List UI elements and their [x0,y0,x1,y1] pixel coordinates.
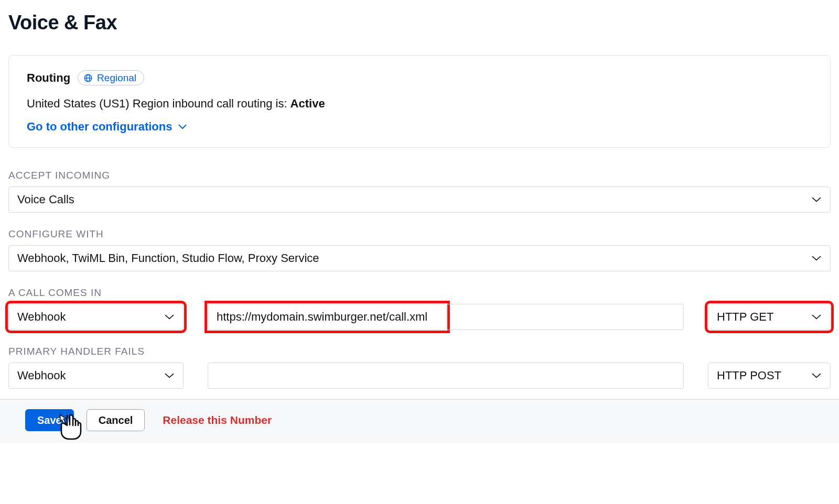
routing-title: Routing [27,71,70,85]
release-number-link[interactable]: Release this Number [163,414,272,426]
accept-incoming-section: ACCEPT INCOMING Voice Calls [8,170,831,213]
accept-incoming-select[interactable]: Voice Calls [8,187,831,213]
call-comes-in-handler-select[interactable]: Webhook [8,304,184,330]
configure-with-label: CONFIGURE WITH [8,228,831,240]
regional-pill[interactable]: Regional [78,70,144,85]
chevron-down-icon [811,196,822,203]
routing-status-value: Active [291,97,325,110]
call-comes-in-method-value: HTTP GET [717,310,773,324]
primary-handler-fails-section: PRIMARY HANDLER FAILS Webhook HTTP POST [8,346,831,389]
primary-handler-fails-handler-value: Webhook [17,369,66,382]
primary-handler-fails-url-input[interactable] [208,363,684,389]
call-comes-in-url-input[interactable] [208,304,447,330]
configure-with-section: CONFIGURE WITH Webhook, TwiML Bin, Funct… [8,228,831,271]
page-title: Voice & Fax [8,12,831,34]
call-comes-in-handler-value: Webhook [17,310,66,324]
routing-status-prefix: United States (US1) Region inbound call … [27,97,291,110]
configure-with-select[interactable]: Webhook, TwiML Bin, Function, Studio Flo… [8,245,831,271]
configure-with-value: Webhook, TwiML Bin, Function, Studio Flo… [17,251,319,265]
chevron-down-icon [811,314,822,320]
other-configurations-link[interactable]: Go to other configurations [27,120,187,134]
accept-incoming-value: Voice Calls [17,193,74,206]
chevron-down-icon [164,372,175,379]
accept-incoming-label: ACCEPT INCOMING [8,170,831,181]
footer-bar: Save Cancel Release this Number [0,399,839,443]
call-comes-in-section: A CALL COMES IN Webhook HTTP GET [8,287,831,330]
routing-panel: Routing Regional United States (US1) Reg… [8,55,831,148]
call-comes-in-method-select[interactable]: HTTP GET [708,304,831,330]
primary-handler-fails-method-value: HTTP POST [717,369,781,382]
primary-handler-fails-label: PRIMARY HANDLER FAILS [8,346,831,357]
chevron-down-icon [164,314,175,320]
primary-handler-fails-method-select[interactable]: HTTP POST [708,363,831,389]
save-button[interactable]: Save [25,409,74,431]
chevron-down-icon [811,372,822,379]
globe-icon [83,73,93,83]
primary-handler-fails-handler-select[interactable]: Webhook [8,363,184,389]
call-comes-in-label: A CALL COMES IN [8,287,831,299]
routing-header: Routing Regional [27,70,812,85]
other-configurations-label: Go to other configurations [27,120,172,134]
chevron-down-icon [811,255,822,261]
cancel-button[interactable]: Cancel [87,409,145,431]
regional-pill-label: Regional [97,73,136,83]
routing-status: United States (US1) Region inbound call … [27,97,812,111]
chevron-down-icon [178,124,187,129]
